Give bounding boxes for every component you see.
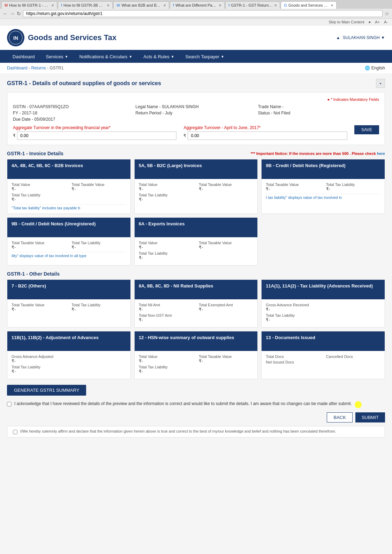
nav-acts[interactable]: Acts & Rules ▼: [138, 51, 180, 63]
ack-text: I acknowledge that I have reviewed the d…: [14, 401, 352, 406]
card-6a[interactable]: 6A - Exports Invoices Total Value ₹- Tot…: [134, 217, 258, 265]
back-button[interactable]: BACK: [327, 412, 352, 422]
invoice-cards-row1: 4A, 4B, 4C, 6B, 6C - B2B Invoices Total …: [7, 159, 385, 214]
breadcrumb-bar: Dashboard › Returns › GSTR1 🌐 English: [0, 63, 392, 73]
card-9b-unreg-note: ility" displays value of tax involved in…: [12, 252, 126, 258]
site-header: IN Goods and Services Tax ▲ SULAKHAN SIN…: [0, 25, 392, 51]
svg-text:IN: IN: [13, 35, 18, 41]
tab-5[interactable]: f GSTR-1 - GST Return Fo... ✕: [225, 1, 280, 9]
card-12[interactable]: 12 - HSN-wise summary of outward supplie…: [134, 331, 258, 379]
breadcrumb-dashboard[interactable]: Dashboard: [7, 66, 28, 70]
tab-4[interactable]: f What are Different Parts... ✕: [170, 1, 225, 9]
nav-dashboard[interactable]: Dashboard: [7, 51, 40, 63]
card-4a4b-note: "Total tax liability" includes tax payab…: [12, 204, 126, 210]
card-11a[interactable]: 11A(1), 11A(2) - Tax Liability (Advances…: [261, 279, 385, 328]
forward-browser-btn[interactable]: →: [10, 11, 15, 16]
generate-summary-button[interactable]: GENERATE GSTR1 SUMMARY: [7, 385, 86, 396]
breadcrumb-returns[interactable]: Returns: [31, 66, 46, 70]
card-7-body: Total Taxable Value ₹- Total Tax Liabili…: [7, 299, 130, 317]
skip-link[interactable]: Skip to Main Content: [329, 20, 364, 24]
here-link[interactable]: here: [377, 151, 385, 156]
declaration-text: I/We hereby solemnly affirm and declare …: [20, 429, 336, 433]
gstin-field: GSTIN - 07AAAPS9765Q1ZO: [13, 104, 134, 109]
action-row: BACK SUBMIT: [7, 412, 385, 422]
aggregate-input-1[interactable]: [17, 132, 176, 140]
declaration-row: I/We hereby solemnly affirm and declare …: [7, 426, 385, 437]
due-date-field: Due Date - 05/09/2017: [13, 117, 134, 122]
tab-2[interactable]: f How to fill GSTR-3B Re... ✕: [58, 1, 113, 9]
card-7[interactable]: 7 - B2C (Others) Total Taxable Value ₹- …: [7, 279, 131, 328]
other-section-header: GSTR-1 - Other Details: [7, 271, 385, 277]
user-icon: ▲: [336, 35, 340, 40]
nav-notifications[interactable]: Notifications & Circulars ▼: [74, 51, 138, 63]
breadcrumb-gstr1: GSTR1: [50, 66, 63, 70]
user-name: SULAKHAN SINGH: [343, 35, 380, 40]
card-5a5b[interactable]: 5A, 5B - B2C (Large) Invoices Total Valu…: [134, 159, 258, 214]
ack-checkbox[interactable]: [7, 402, 12, 406]
aggregate-row: Aggregate Turnover in the preceeding fin…: [13, 125, 379, 140]
card-4a4b[interactable]: 4A, 4B, 4C, 6B, 6C - B2B Invoices Total …: [7, 159, 131, 214]
return-period-field: Return Period - July: [135, 111, 256, 115]
other-cards-row2: 11B(1), 11B(2) - Adjustment of Advances …: [7, 331, 385, 379]
tab-1[interactable]: M How to fill GSTR-1 - sma... ✕: [1, 1, 57, 9]
fy-field: FY - 2017-18: [13, 111, 134, 115]
card-12-header: 12 - HSN-wise summary of outward supplie…: [135, 331, 258, 351]
tab-3[interactable]: W What are B2B and B2C ... ✕: [113, 1, 169, 9]
card-8a-header: 8A, 8B, 8C, 8D - Nil Rated Supplies: [135, 280, 258, 299]
aggregate-input-2[interactable]: [188, 132, 347, 140]
accessibility-a-minus[interactable]: A-: [384, 20, 388, 24]
card-9b-unreg-body: Total Taxable Value ₹- Total Tax Liabili…: [7, 237, 130, 261]
card-6a-body: Total Value ₹- Total Taxable Value ₹- To…: [135, 237, 258, 265]
card-5a5b-header: 5A, 5B - B2C (Large) Invoices: [135, 159, 258, 179]
save-button[interactable]: SAVE: [354, 125, 379, 134]
card-8a[interactable]: 8A, 8B, 8C, 8D - Nil Rated Supplies Tota…: [134, 279, 258, 328]
page-title-row: GSTR-1 - Details of outward supplies of …: [7, 79, 385, 88]
card-9b-unreg-header: 9B - Credit / Debit Notes (Unregistered): [7, 218, 130, 237]
info-box: ● * Indicates Mandatory Fields GSTIN - 0…: [7, 92, 385, 145]
card-11a-header: 11A(1), 11A(2) - Tax Liability (Advances…: [262, 280, 385, 299]
tab-6[interactable]: G Goods and Services Tax (G... ✕: [281, 1, 337, 9]
status-field: Status - Not Filed: [258, 111, 379, 115]
card-9b-unreg[interactable]: 9B - Credit / Debit Notes (Unregistered)…: [7, 217, 131, 265]
user-menu[interactable]: ▲ SULAKHAN SINGH ▼: [336, 35, 385, 40]
empty-card-cell: [261, 217, 385, 265]
invoice-section-header: GSTR-1 - Invoice Details *** Important N…: [7, 151, 385, 156]
card-9b-reg[interactable]: 9B - Credit / Debit Notes (Registered) T…: [261, 159, 385, 214]
acknowledgement-row: I acknowledge that I have reviewed the d…: [7, 401, 385, 408]
card-7-header: 7 - B2C (Others): [7, 280, 130, 299]
card-9b-reg-header: 9B - Credit / Debit Notes (Registered): [262, 159, 385, 179]
url-input[interactable]: [23, 10, 383, 17]
search-taxpayer-arrow: ▼: [221, 55, 224, 59]
logo-icon: IN: [7, 29, 24, 46]
browser-address-bar: ← → ↻ ☆: [0, 9, 392, 19]
language-selector[interactable]: 🌐 English: [365, 66, 385, 70]
card-6a-header: 6A - Exports Invoices: [135, 218, 258, 237]
submit-button[interactable]: SUBMIT: [355, 412, 385, 422]
nav-search-taxpayer[interactable]: Search Taxpayer ▼: [180, 51, 230, 63]
declaration-checkbox[interactable]: [13, 430, 17, 434]
globe-icon: 🌐: [365, 66, 370, 70]
page-title: GSTR-1 - Details of outward supplies of …: [7, 80, 161, 87]
page-icon-btn[interactable]: ▪: [376, 79, 385, 88]
mandatory-note: ● * Indicates Mandatory Fields: [13, 97, 379, 102]
utility-bar: Skip to Main Content ● A+ A-: [0, 19, 392, 25]
other-cards-row1: 7 - B2C (Others) Total Taxable Value ₹- …: [7, 279, 385, 328]
acts-arrow: ▼: [171, 55, 174, 59]
card-13[interactable]: 13 - Documents Issued Total Docs Cancell…: [261, 331, 385, 379]
services-arrow: ▼: [65, 55, 68, 59]
accessibility-a-plus[interactable]: A+: [375, 20, 380, 24]
nav-bar: Dashboard Services ▼ Notifications & Cir…: [0, 51, 392, 63]
refresh-btn[interactable]: ↻: [17, 11, 21, 16]
bookmark-btn[interactable]: ☆: [385, 11, 389, 16]
card-13-body: Total Docs Cancelled Docs Net Issued Doc…: [262, 351, 385, 369]
card-4a4b-header: 4A, 4B, 4C, 6B, 6C - B2B Invoices: [7, 159, 130, 179]
cursor-highlight: [355, 401, 362, 408]
card-13-header: 13 - Documents Issued: [262, 331, 385, 351]
back-browser-btn[interactable]: ←: [3, 11, 8, 16]
card-11b[interactable]: 11B(1), 11B(2) - Adjustment of Advances …: [7, 331, 131, 379]
accessibility-icon: ●: [369, 20, 371, 24]
breadcrumb: Dashboard › Returns › GSTR1: [7, 66, 63, 70]
nav-services[interactable]: Services ▼: [40, 51, 74, 63]
notifications-arrow: ▼: [129, 55, 132, 59]
invoice-cards-row2: 9B - Credit / Debit Notes (Unregistered)…: [7, 217, 385, 265]
